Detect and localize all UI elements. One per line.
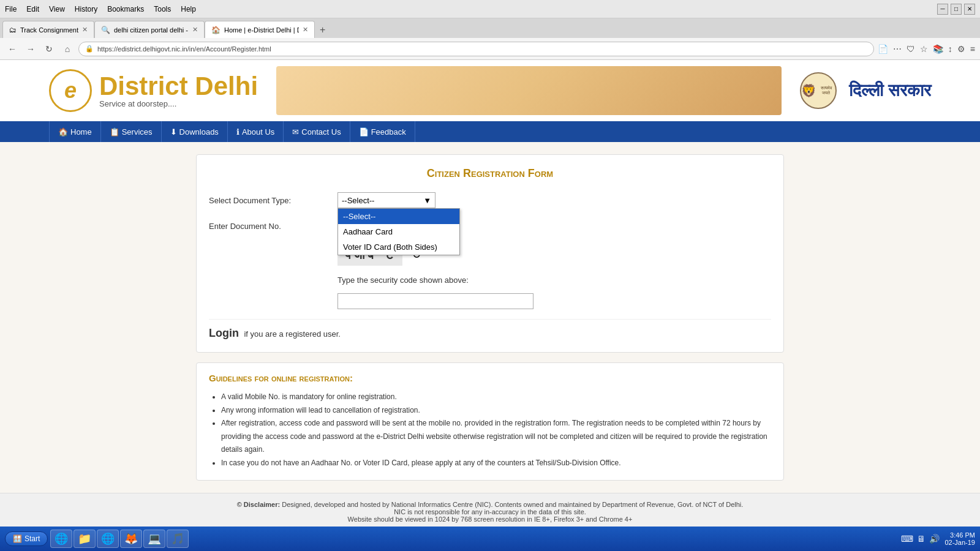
- forward-button[interactable]: →: [23, 42, 38, 56]
- tab-google[interactable]: 🔍 delhi citizen portal delhi - Goo... ✕: [94, 21, 205, 38]
- tab-close-track[interactable]: ✕: [82, 26, 88, 34]
- reload-button[interactable]: ↻: [42, 42, 56, 56]
- menu-help[interactable]: Help: [181, 5, 196, 13]
- address-text: https://edistrict.delhigovt.nic.in/in/en…: [97, 45, 271, 53]
- taskbar-app-firefox[interactable]: 🦊: [120, 530, 142, 548]
- dropdown-option-voter[interactable]: Voter ID Card (Both Sides): [338, 239, 459, 255]
- doc-type-dropdown-container[interactable]: --Select-- ▼ --Select-- Aadhaar Card Vot…: [337, 192, 435, 208]
- shield-icon[interactable]: 🛡: [907, 44, 915, 54]
- page-content: e District Delhi Service at doorstep....…: [0, 60, 980, 551]
- about-nav-icon: ℹ: [236, 127, 239, 137]
- footer-line2: NIC is not responsible for any in-accura…: [7, 508, 973, 515]
- nav-home-label: Home: [70, 127, 92, 137]
- volume-icon[interactable]: 🔊: [929, 534, 940, 544]
- start-button[interactable]: 🪟 Start: [5, 531, 48, 546]
- main-area: Citizen Registration Form Select Documen…: [0, 142, 980, 493]
- footer-disclaimer: © Disclaimer: Designed, developed and ho…: [7, 501, 973, 508]
- close-button[interactable]: ✕: [964, 4, 975, 15]
- taskbar-app-ie[interactable]: 🌐: [50, 530, 72, 548]
- doc-type-dropdown[interactable]: --Select-- ▼: [337, 192, 435, 208]
- taskbar-apps: 🌐 📁 🌐 🦊 💻 🎵: [50, 530, 189, 548]
- nav-feedback[interactable]: 📄 Feedback: [350, 121, 415, 142]
- tab-icon-track: 🗂: [9, 26, 17, 34]
- browser-toolbar: 📄 ⋯ 🛡 ☆ 📚 ↕ ⚙ ≡: [878, 44, 975, 54]
- browser-tabbar: 🗂 Track Consignment ✕ 🔍 delhi citizen po…: [0, 18, 980, 38]
- taskbar-app-explorer[interactable]: 💻: [143, 530, 165, 548]
- maximize-button[interactable]: □: [951, 4, 962, 15]
- tab-edistrict[interactable]: 🏠 Home | e-District Delhi | Depar... ✕: [205, 21, 315, 38]
- menu-icon[interactable]: ≡: [970, 44, 975, 54]
- tab-label-track: Track Consignment: [20, 26, 78, 34]
- pocket-icon[interactable]: ⋯: [893, 44, 902, 54]
- guideline-3: After registration, access code and pass…: [221, 417, 771, 457]
- nav-downloads[interactable]: ⬇ Downloads: [162, 121, 228, 142]
- tab-label-google: delhi citizen portal delhi - Goo...: [114, 26, 189, 34]
- doc-type-row: Select Document Type: --Select-- ▼ --Sel…: [209, 192, 771, 208]
- nav-contact-label: Contact Us: [301, 127, 341, 137]
- footer-disclaimer-text: Designed, developed and hosted by Nation…: [282, 501, 743, 508]
- back-button[interactable]: ←: [5, 42, 20, 56]
- window-controls[interactable]: ─ □ ✕: [937, 4, 975, 15]
- minimize-button[interactable]: ─: [937, 4, 948, 15]
- site-tagline: Service at doorstep....: [99, 99, 258, 108]
- sync-icon[interactable]: ↕: [948, 44, 952, 54]
- reader-icon[interactable]: 📄: [878, 44, 888, 54]
- login-section: Login if you are a registered user.: [209, 319, 771, 340]
- guidelines-container: Guidelines for online registration: A va…: [196, 362, 784, 481]
- tab-track-consignment[interactable]: 🗂 Track Consignment ✕: [2, 21, 94, 38]
- footer-disclaimer-label: © Disclaimer:: [237, 501, 280, 508]
- downloads-nav-icon: ⬇: [170, 127, 177, 137]
- taskbar-left: 🪟 Start 🌐 📁 🌐 🦊 💻 🎵: [5, 530, 189, 548]
- hindi-govt-text: दिल्ली सरकार: [849, 81, 931, 101]
- guideline-1: A valid Mobile No. is mandatory for onli…: [221, 391, 771, 404]
- taskbar-app-music[interactable]: 🎵: [167, 530, 189, 548]
- clock-time: 3:46 PM: [944, 531, 975, 539]
- browser-menu[interactable]: File Edit View History Bookmarks Tools H…: [5, 5, 196, 13]
- home-nav-icon: 🏠: [58, 127, 68, 137]
- library-icon[interactable]: 📚: [933, 44, 943, 54]
- address-bar[interactable]: 🔒 https://edistrict.delhigovt.nic.in/in/…: [78, 42, 874, 56]
- menu-bookmarks[interactable]: Bookmarks: [107, 5, 144, 13]
- form-title: Citizen Registration Form: [209, 167, 771, 180]
- dropdown-option-select[interactable]: --Select--: [338, 209, 459, 224]
- nav-downloads-label: Downloads: [179, 127, 219, 137]
- taskbar-app-folder[interactable]: 📁: [74, 530, 96, 548]
- guideline-2: Any wrong information will lead to cance…: [221, 404, 771, 418]
- lock-icon: 🔒: [85, 45, 94, 53]
- dropdown-menu: --Select-- Aadhaar Card Voter ID Card (B…: [337, 208, 460, 255]
- feedback-nav-icon: 📄: [359, 127, 369, 137]
- logo-area: e District Delhi Service at doorstep....: [49, 69, 258, 112]
- menu-file[interactable]: File: [5, 5, 17, 13]
- tab-close-edistrict[interactable]: ✕: [303, 26, 308, 34]
- browser-addressbar: ← → ↻ ⌂ 🔒 https://edistrict.delhigovt.ni…: [0, 38, 980, 60]
- tab-close-google[interactable]: ✕: [192, 26, 198, 34]
- services-nav-icon: 📋: [110, 127, 119, 137]
- tab-icon-edistrict: 🏠: [211, 26, 221, 34]
- security-code-input[interactable]: [337, 293, 533, 309]
- dropdown-option-aadhaar[interactable]: Aadhaar Card: [338, 224, 459, 239]
- nav-contact[interactable]: ✉ Contact Us: [284, 121, 350, 142]
- emblem-text: सत्यमेव जयते: [816, 86, 835, 96]
- browser-titlebar: File Edit View History Bookmarks Tools H…: [0, 0, 980, 18]
- settings-icon[interactable]: ⚙: [957, 44, 965, 54]
- tab-label-edistrict: Home | e-District Delhi | Depar...: [224, 26, 299, 34]
- nav-home[interactable]: 🏠 Home: [49, 121, 101, 142]
- nav-services[interactable]: 📋 Services: [101, 121, 162, 142]
- start-label: Start: [24, 534, 40, 543]
- nav-about[interactable]: ℹ About Us: [228, 121, 284, 142]
- menu-history[interactable]: History: [75, 5, 97, 13]
- menu-view[interactable]: View: [49, 5, 65, 13]
- footer-line3: Website should be viewed in 1024 by 768 …: [7, 515, 973, 523]
- header-right: 🦁 सत्यमेव जयते दिल्ली सरकार: [800, 72, 931, 109]
- guideline-4: In case you do not have an Aadhaar No. o…: [221, 457, 771, 470]
- bookmark-icon[interactable]: ☆: [920, 44, 928, 54]
- menu-tools[interactable]: Tools: [154, 5, 171, 13]
- new-tab-button[interactable]: +: [315, 22, 330, 38]
- network-icon[interactable]: 🖥: [917, 534, 925, 544]
- home-button[interactable]: ⌂: [60, 42, 75, 56]
- keyboard-icon[interactable]: ⌨: [901, 534, 913, 544]
- menu-edit[interactable]: Edit: [26, 5, 39, 13]
- taskbar-app-chrome[interactable]: 🌐: [97, 530, 119, 548]
- windows-logo-icon: 🪟: [13, 534, 22, 543]
- site-nav: 🏠 Home 📋 Services ⬇ Downloads ℹ About Us…: [0, 121, 980, 142]
